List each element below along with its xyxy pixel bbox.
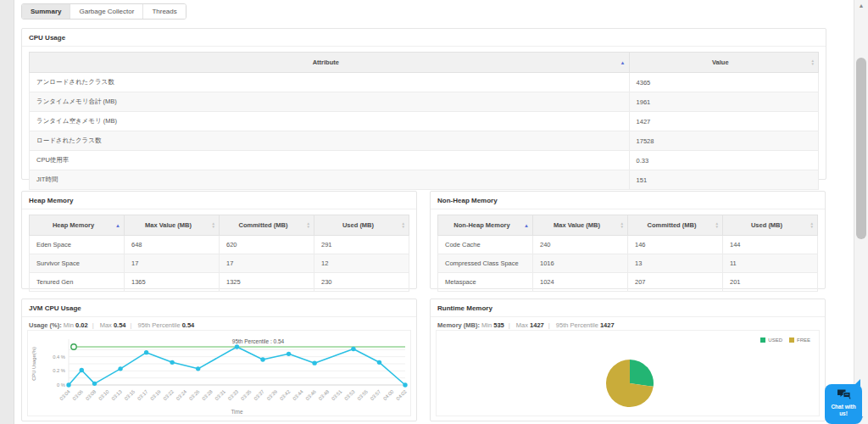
svg-text:03:37: 03:37	[253, 389, 265, 402]
data-table: Attribute▲Value▲▼アンロードされたクラス数4365ランタイムメモ…	[29, 52, 819, 190]
svg-text:95th Percentile : 0.54: 95th Percentile : 0.54	[232, 338, 285, 344]
svg-text:03:51: 03:51	[331, 389, 343, 402]
table-cell: 291	[314, 236, 409, 254]
column-header-used-mb[interactable]: Used (MB)▲▼	[314, 215, 409, 236]
table-cell: 1961	[629, 92, 818, 112]
jvm-cpu-chart-area: 0 %0.2 %0.4 %03:0403:0603:0803:1003:1303…	[27, 330, 411, 416]
runtime-memory-panel: Runtime Memory Memory (MB): Min 535| Max…	[430, 298, 826, 421]
column-header-attribute[interactable]: Attribute▲	[30, 53, 630, 73]
column-header-value[interactable]: Value▲▼	[629, 53, 818, 73]
column-label: Value	[712, 59, 729, 66]
table-cell: 11	[723, 254, 818, 273]
svg-text:03:57: 03:57	[370, 389, 382, 402]
table-cell: Metaspace	[438, 273, 533, 292]
svg-text:03:55: 03:55	[357, 389, 370, 402]
svg-text:03:44: 03:44	[292, 388, 304, 401]
table-cell: 230	[314, 273, 409, 292]
table-cell: ランタイム空きメモリ (MB)	[30, 112, 630, 131]
table-cell: 146	[628, 236, 723, 254]
sort-ascending-icon: ▲	[620, 60, 626, 65]
table-cell: 1365	[125, 273, 220, 292]
stats-separator: |	[509, 321, 510, 329]
tab-garbage-collector[interactable]: Garbage Collector	[70, 4, 143, 19]
data-table: Non-Heap Memory▲Max Value (MB)▲▼Committe…	[437, 215, 818, 292]
legend-label: FREE	[797, 338, 810, 343]
svg-text:03:13: 03:13	[110, 389, 123, 402]
cpu-usage-panel: CPU Usage Attribute▲Value▲▼アンロードされたクラス数4…	[21, 28, 826, 180]
table-cell: ロードされたクラス数	[30, 131, 630, 151]
sort-both-icon: ▲▼	[620, 222, 624, 229]
sort-ascending-icon: ▲	[115, 223, 120, 228]
legend-item-used[interactable]: USED	[760, 338, 782, 343]
left-gutter	[0, 0, 14, 424]
column-header-max-value-mb[interactable]: Max Value (MB)▲▼	[533, 215, 628, 236]
stats-prefix: Memory (MB):	[437, 321, 481, 329]
sort-both-icon: ▲▼	[307, 222, 310, 229]
scrollbar-thumb[interactable]	[856, 58, 866, 239]
svg-text:03:39: 03:39	[266, 389, 279, 402]
table-row: Code Cache240146144	[438, 236, 818, 254]
stat-label: 95th Percentile	[554, 321, 600, 329]
column-label: Max Value (MB)	[145, 221, 192, 229]
svg-text:03:15: 03:15	[124, 389, 136, 402]
table-cell: 1325	[220, 273, 314, 292]
column-label: Committed (MB)	[648, 221, 697, 229]
pie-slice-used	[630, 360, 654, 387]
table-cell: Compressed Class Space	[438, 254, 533, 273]
column-header-committed-mb[interactable]: Committed (MB)▲▼	[220, 215, 314, 236]
column-label: Attribute	[313, 59, 339, 66]
table-row: ロードされたクラス数17528	[30, 131, 819, 151]
stats-prefix: Usage (%):	[29, 321, 64, 329]
column-label: Used (MB)	[342, 221, 374, 229]
table-cell: 240	[533, 236, 628, 254]
svg-text:03:53: 03:53	[343, 389, 356, 402]
chat-bubbles-icon	[837, 395, 851, 401]
table-row: CPU使用率0.33	[30, 151, 819, 170]
column-header-max-value-mb[interactable]: Max Value (MB)▲▼	[125, 215, 220, 236]
svg-text:03:46: 03:46	[304, 389, 317, 402]
table-cell: 17	[220, 254, 314, 273]
stat-value: 1427	[530, 321, 544, 329]
table-cell: 1016	[533, 254, 628, 273]
svg-text:03:24: 03:24	[175, 388, 188, 401]
heap-memory-panel: Heap Memory Heap Memory▲Max Value (MB)▲▼…	[21, 191, 417, 289]
stat-value: 535	[493, 321, 504, 329]
svg-text:03:19: 03:19	[149, 389, 162, 402]
column-header-non-heap-memory[interactable]: Non-Heap Memory▲	[438, 215, 533, 236]
table-cell: JIT時間	[30, 170, 630, 190]
column-header-used-mb[interactable]: Used (MB)▲▼	[723, 215, 818, 236]
svg-text:03:10: 03:10	[97, 389, 110, 402]
chat-button[interactable]: Chat with us!	[825, 384, 862, 424]
scrollbar-track[interactable]: ▲ ▼	[854, 0, 868, 424]
svg-text:04:00: 04:00	[382, 389, 395, 402]
table-cell: 201	[723, 273, 818, 292]
table-cell: Survivor Space	[30, 254, 125, 273]
scroll-up-arrow[interactable]: ▲	[854, 0, 868, 12]
non-heap-memory-panel: Non-Heap Memory Non-Heap Memory▲Max Valu…	[430, 191, 826, 289]
svg-text:03:22: 03:22	[162, 389, 175, 402]
table-row: ランタイムメモリ合計 (MB)1961	[30, 92, 819, 112]
legend-swatch-icon	[760, 338, 765, 343]
stats-separator: |	[92, 321, 94, 329]
svg-text:03:33: 03:33	[227, 389, 240, 402]
table-row: Eden Space648620291	[30, 236, 409, 254]
column-label: Heap Memory	[53, 221, 94, 229]
legend-item-free[interactable]: FREE	[789, 338, 810, 343]
table-row: ランタイム空きメモリ (MB)1427	[30, 112, 819, 131]
table-cell: Code Cache	[438, 236, 533, 254]
cpu-usage-table: Attribute▲Value▲▼アンロードされたクラス数4365ランタイムメモ…	[29, 52, 819, 190]
runtime-memory-stats: Memory (MB): Min 535| Max 1427| 95th Per…	[431, 317, 825, 329]
table-cell: 13	[628, 254, 723, 273]
table-row: JIT時間151	[30, 170, 819, 190]
table-cell: 12	[314, 254, 409, 273]
column-header-heap-memory[interactable]: Heap Memory▲	[30, 215, 125, 236]
tab-threads[interactable]: Threads	[143, 4, 185, 19]
pie-legend: USEDFREE	[760, 338, 810, 343]
legend-label: USED	[768, 338, 782, 343]
tab-summary[interactable]: Summary	[22, 4, 70, 19]
stat-label: 95th Percentile	[136, 321, 181, 329]
table-cell: ランタイムメモリ合計 (MB)	[30, 92, 630, 112]
column-header-committed-mb[interactable]: Committed (MB)▲▼	[628, 215, 723, 236]
table-cell: Eden Space	[30, 236, 125, 254]
sort-both-icon: ▲▼	[810, 222, 814, 229]
